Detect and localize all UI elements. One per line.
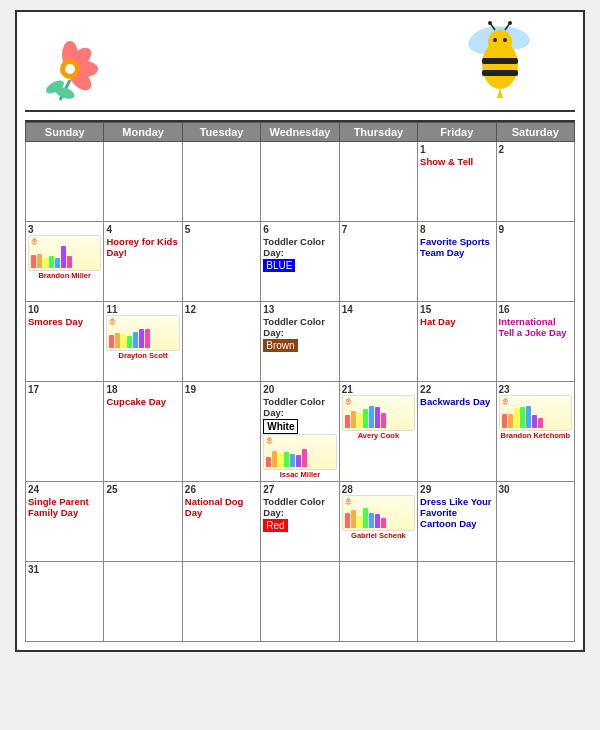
day-cell bbox=[339, 142, 417, 222]
bee-decoration bbox=[455, 20, 545, 104]
day-cell: 26National Dog Day bbox=[182, 482, 260, 562]
day-cell bbox=[496, 562, 574, 642]
day-cell bbox=[261, 142, 339, 222]
event-label: International Tell a Joke Day bbox=[499, 316, 572, 338]
day-cell: 19 bbox=[182, 382, 260, 482]
day-number: 5 bbox=[185, 224, 258, 235]
day-cell: 6Toddler Color Day:BLUE bbox=[261, 222, 339, 302]
day-cell: 9 bbox=[496, 222, 574, 302]
calendar-page: Sunday Monday Tuesday Wednesday Thursday… bbox=[15, 10, 585, 652]
day-number: 6 bbox=[263, 224, 336, 235]
header-tuesday: Tuesday bbox=[182, 123, 260, 142]
day-cell: 18Cupcake Day bbox=[104, 382, 182, 482]
svg-point-8 bbox=[65, 64, 75, 74]
day-cell: 22Backwards Day bbox=[418, 382, 496, 482]
day-cell: 25 bbox=[104, 482, 182, 562]
day-cell bbox=[182, 562, 260, 642]
day-cell: 23 🎂 Brandon Ketchomb bbox=[496, 382, 574, 482]
event-label: Single Parent Family Day bbox=[28, 496, 101, 518]
day-number: 15 bbox=[420, 304, 493, 315]
event-label: National Dog Day bbox=[185, 496, 258, 518]
day-cell bbox=[104, 142, 182, 222]
day-cell: 20Toddler Color Day:White 🎂 Issac Miller bbox=[261, 382, 339, 482]
week-row-5: 24Single Parent Family Day2526National D… bbox=[26, 482, 575, 562]
day-number: 23 bbox=[499, 384, 572, 395]
day-cell: 28 🎂 Gabriel Schenk bbox=[339, 482, 417, 562]
header-saturday: Saturday bbox=[496, 123, 574, 142]
svg-rect-13 bbox=[482, 70, 518, 76]
day-cell bbox=[339, 562, 417, 642]
day-number: 26 bbox=[185, 484, 258, 495]
svg-point-14 bbox=[488, 30, 512, 54]
day-cell: 30 bbox=[496, 482, 574, 562]
header-wednesday: Wednesday bbox=[261, 123, 339, 142]
day-cell: 29Dress Like Your Favorite Cartoon Day bbox=[418, 482, 496, 562]
week-row-1: 1Show & Tell2 bbox=[26, 142, 575, 222]
day-number: 17 bbox=[28, 384, 101, 395]
day-cell bbox=[26, 142, 104, 222]
day-number: 11 bbox=[106, 304, 179, 315]
event-label: Toddler Color Day: bbox=[263, 316, 336, 338]
event-label: Backwards Day bbox=[420, 396, 493, 407]
day-cell bbox=[261, 562, 339, 642]
event-label: Toddler Color Day: bbox=[263, 396, 336, 418]
day-number: 27 bbox=[263, 484, 336, 495]
day-number: 28 bbox=[342, 484, 415, 495]
day-cell: 10Smores Day bbox=[26, 302, 104, 382]
day-cell bbox=[418, 562, 496, 642]
day-number: 16 bbox=[499, 304, 572, 315]
day-number: 31 bbox=[28, 564, 101, 575]
day-number: 10 bbox=[28, 304, 101, 315]
svg-point-20 bbox=[508, 21, 512, 25]
day-cell: 13Toddler Color Day:Brown bbox=[261, 302, 339, 382]
day-cell: 4Hoorey for Kids Day! bbox=[104, 222, 182, 302]
day-cell: 24Single Parent Family Day bbox=[26, 482, 104, 562]
day-cell bbox=[104, 562, 182, 642]
day-number: 12 bbox=[185, 304, 258, 315]
day-cell: 11 🎂 Drayton Scott bbox=[104, 302, 182, 382]
day-cell: 7 bbox=[339, 222, 417, 302]
day-number: 7 bbox=[342, 224, 415, 235]
week-row-6: 31 bbox=[26, 562, 575, 642]
event-label: Show & Tell bbox=[420, 156, 493, 167]
header-monday: Monday bbox=[104, 123, 182, 142]
week-row-3: 10Smores Day11 🎂 Drayton Scott1213Toddle… bbox=[26, 302, 575, 382]
day-number: 2 bbox=[499, 144, 572, 155]
day-number: 3 bbox=[28, 224, 101, 235]
day-cell: 14 bbox=[339, 302, 417, 382]
event-label: Dress Like Your Favorite Cartoon Day bbox=[420, 496, 493, 529]
header-sunday: Sunday bbox=[26, 123, 104, 142]
day-cell: 12 bbox=[182, 302, 260, 382]
svg-rect-12 bbox=[482, 58, 518, 64]
calendar-subtitle bbox=[25, 110, 575, 122]
day-cell: 1Show & Tell bbox=[418, 142, 496, 222]
day-cell: 8Favorite Sports Team Day bbox=[418, 222, 496, 302]
day-headers-row: Sunday Monday Tuesday Wednesday Thursday… bbox=[26, 123, 575, 142]
day-cell: 21 🎂 Avery Cook bbox=[339, 382, 417, 482]
day-cell bbox=[182, 142, 260, 222]
day-number: 29 bbox=[420, 484, 493, 495]
event-label: Smores Day bbox=[28, 316, 101, 327]
day-number: 9 bbox=[499, 224, 572, 235]
day-number: 4 bbox=[106, 224, 179, 235]
header-friday: Friday bbox=[418, 123, 496, 142]
svg-point-18 bbox=[488, 21, 492, 25]
day-number: 18 bbox=[106, 384, 179, 395]
day-number: 20 bbox=[263, 384, 336, 395]
event-label: Cupcake Day bbox=[106, 396, 179, 407]
day-cell: 17 bbox=[26, 382, 104, 482]
event-label: Toddler Color Day: bbox=[263, 496, 336, 518]
calendar-header bbox=[25, 20, 575, 110]
week-row-2: 3 🎂 Brandon Miller4Hoorey for Kids Day!5… bbox=[26, 222, 575, 302]
day-cell: 31 bbox=[26, 562, 104, 642]
day-cell: 2 bbox=[496, 142, 574, 222]
svg-point-16 bbox=[503, 38, 507, 42]
week-row-4: 1718Cupcake Day1920Toddler Color Day:Whi… bbox=[26, 382, 575, 482]
event-label: Hat Day bbox=[420, 316, 493, 327]
day-cell: 3 🎂 Brandon Miller bbox=[26, 222, 104, 302]
day-cell: 16International Tell a Joke Day bbox=[496, 302, 574, 382]
svg-point-15 bbox=[493, 38, 497, 42]
day-cell: 15Hat Day bbox=[418, 302, 496, 382]
calendar-table: Sunday Monday Tuesday Wednesday Thursday… bbox=[25, 122, 575, 642]
day-cell: 5 bbox=[182, 222, 260, 302]
